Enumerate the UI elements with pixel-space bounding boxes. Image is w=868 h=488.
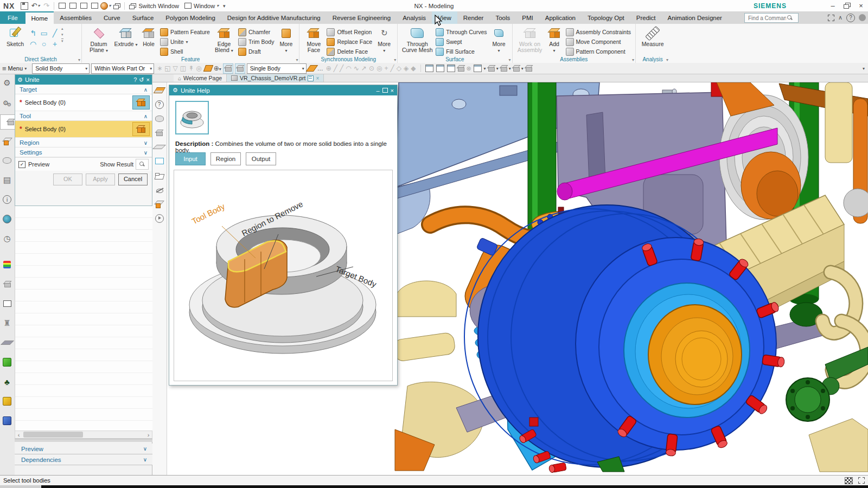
feature-more-button[interactable]: More▾: [276, 25, 296, 54]
colored-part-icon[interactable]: [152, 197, 166, 211]
draft-button[interactable]: Draft: [237, 47, 276, 56]
sample-blocks-tab[interactable]: [0, 355, 14, 369]
group-dialog-icon[interactable]: ▾: [666, 57, 668, 62]
help-close-icon[interactable]: ×: [391, 87, 394, 94]
general-selection-icon[interactable]: [203, 65, 213, 72]
ok-button[interactable]: OK: [53, 174, 82, 185]
pattern-feature-button[interactable]: Pattern Feature: [158, 27, 212, 37]
move-face-button[interactable]: Move Face: [302, 25, 325, 53]
sample-machine-tab[interactable]: [0, 414, 14, 428]
tab-application[interactable]: Application: [539, 11, 582, 24]
group-dialog-icon[interactable]: ▾: [632, 57, 634, 62]
panel-divider[interactable]: [15, 439, 152, 442]
tab-animation-designer[interactable]: Animation Designer: [662, 11, 728, 24]
window-tile-icon-3[interactable]: [447, 65, 455, 72]
snap-scope-select[interactable]: Single Body▾: [247, 63, 307, 74]
cancel-button[interactable]: Cancel: [118, 174, 148, 185]
tab-welcome-page[interactable]: ⌂ Welcome Page: [174, 74, 227, 82]
help-tab-region[interactable]: Region: [210, 152, 241, 165]
selection-filter-icon[interactable]: ◎: [196, 65, 201, 72]
toolbox-tab[interactable]: [0, 297, 14, 311]
minimize-ribbon-icon[interactable]: ∧: [838, 14, 843, 21]
fill-surface-button[interactable]: Fill Surface: [434, 47, 488, 56]
help-minimize-icon[interactable]: –: [376, 87, 379, 94]
selection-filter-icon[interactable]: ∗: [157, 65, 162, 72]
scope-filter-select[interactable]: Within Work Part Or▾: [91, 63, 154, 74]
visualization-tab[interactable]: [0, 258, 14, 272]
wireframe-view-toggle[interactable]: [235, 63, 245, 74]
shell-button[interactable]: Shell: [158, 47, 212, 56]
sketch-tool-icon[interactable]: ◇: [397, 65, 401, 72]
play-icon[interactable]: [152, 211, 166, 225]
assembly-constraints-button[interactable]: Assembly Constraints: [564, 27, 633, 37]
touch-explore-tab[interactable]: [0, 277, 14, 291]
help-tab-input[interactable]: Input: [175, 152, 206, 165]
group-dialog-icon[interactable]: ▾: [78, 57, 80, 62]
tab-part-file[interactable]: VR_Chassis_DemoVR.prt ×: [227, 74, 324, 82]
tab-curve[interactable]: Curve: [98, 11, 126, 24]
menu-button[interactable]: Menu: [8, 65, 23, 72]
view-cube-icon-1[interactable]: [457, 65, 464, 72]
snap-point-icon[interactable]: ⊕▾: [214, 65, 221, 72]
tab-surface[interactable]: Surface: [126, 11, 160, 24]
find-command-input[interactable]: [747, 15, 787, 22]
pattern-component-button[interactable]: Pattern Component: [564, 47, 633, 56]
tab-pmi[interactable]: PMI: [516, 11, 539, 24]
group-dialog-icon[interactable]: ▾: [296, 57, 298, 62]
help-icon[interactable]: ?: [846, 14, 855, 22]
sketch-button[interactable]: Sketch: [3, 25, 28, 47]
close-window-button[interactable]: ×: [854, 0, 868, 11]
delete-face-button[interactable]: Delete Face: [325, 47, 374, 56]
apply-button[interactable]: Apply: [86, 174, 115, 185]
expand-icon[interactable]: ∨: [143, 457, 147, 463]
checkered-flag-icon[interactable]: [845, 477, 853, 484]
tab-analysis[interactable]: Analysis: [397, 11, 432, 24]
dialog-settings-icon[interactable]: ⚙: [0, 76, 14, 90]
scroll-up-icon[interactable]: ▴: [61, 27, 63, 31]
help-maximize-icon[interactable]: [382, 87, 388, 94]
reuse-library-tab[interactable]: ▤: [0, 173, 14, 187]
chamfer-part-icon[interactable]: [152, 84, 166, 97]
tab-reverse-engineering[interactable]: Reverse Engineering: [327, 11, 397, 24]
extrude-cube-icon[interactable]: [152, 126, 166, 139]
sketch-rect-icon[interactable]: [152, 154, 166, 168]
open-folder-icon[interactable]: [152, 169, 166, 183]
dependencies-section-header[interactable]: Dependencies∨: [15, 454, 152, 465]
restore-window-button[interactable]: [840, 0, 854, 11]
region-section-header[interactable]: Region∨: [15, 138, 152, 147]
target-select-body-row[interactable]: * Select Body (0): [15, 94, 152, 111]
through-curve-mesh-button[interactable]: Through Curve Mesh: [400, 25, 434, 53]
hide-eye-icon[interactable]: [152, 183, 166, 197]
settings-section-header[interactable]: Settings∨: [15, 147, 152, 157]
preview-section-header[interactable]: Preview∨: [15, 444, 152, 454]
style-sphere-icon[interactable]: [513, 65, 520, 72]
sample-plate-tab[interactable]: [0, 336, 14, 350]
selection-filter-icon[interactable]: ▽: [173, 65, 178, 72]
scrollbar-track[interactable]: [22, 432, 145, 438]
tool-select-body-row[interactable]: * Select Body (0): [15, 121, 152, 138]
boss-cylinder-icon[interactable]: [152, 112, 166, 125]
expand-icon[interactable]: ∨: [144, 140, 148, 146]
window-tile-icon-4[interactable]: [474, 65, 482, 72]
sketch-tool-icon[interactable]: ╱: [340, 65, 343, 72]
scrollbar-thumb[interactable]: [23, 432, 83, 438]
selection-filter-icon[interactable]: ↟: [188, 65, 194, 72]
tab-tools[interactable]: Tools: [489, 11, 516, 24]
show-result-button[interactable]: [136, 159, 149, 170]
fullscreen-icon[interactable]: [828, 15, 834, 21]
expand-icon[interactable]: ∨: [143, 446, 147, 452]
sketch-tool-icon[interactable]: ↗: [361, 65, 367, 72]
sample-plant-tab[interactable]: ♣: [0, 375, 14, 389]
sync-more-button[interactable]: ↻ More▾: [374, 25, 394, 54]
group-dialog-icon[interactable]: ▾: [509, 57, 511, 62]
through-curves-button[interactable]: Through Curves: [434, 27, 488, 37]
collapse-icon[interactable]: ∧: [144, 113, 148, 119]
datum-plane-button[interactable]: Datum Plane ▾: [85, 25, 113, 54]
collapse-icon[interactable]: ∧: [144, 87, 148, 93]
window-tile-icon-1[interactable]: [425, 65, 433, 72]
tab-assemblies[interactable]: Assemblies: [54, 11, 98, 24]
tab-file[interactable]: File: [0, 11, 25, 24]
sketch-tool-icon[interactable]: ⊙: [369, 65, 374, 72]
sample-excavator-tab[interactable]: [0, 394, 14, 408]
info-tab[interactable]: i: [0, 192, 14, 207]
